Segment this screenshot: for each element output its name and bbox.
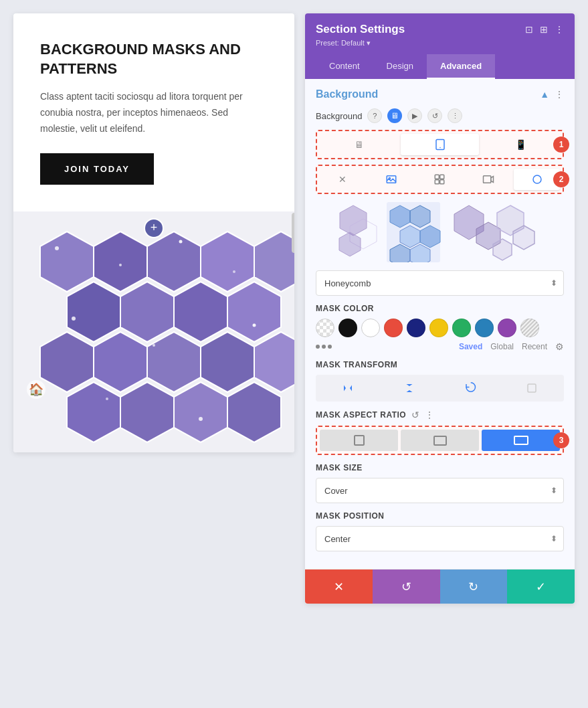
honeycomb-section: + [13,211,294,452]
pattern-dropdown-wrapper: Honeycomb Circles Triangles Diamonds ⬍ [316,270,564,296]
mask-position-dropdown[interactable]: Center Top Left Top Right Bottom Left Bo… [316,526,564,551]
svg-rect-37 [440,180,444,184]
blue-swatch[interactable] [475,319,494,337]
svg-marker-12 [94,332,147,392]
aspect-ratio-section: Mask Aspect Ratio ↺ ⋮ 3 [316,410,564,455]
yellow-swatch[interactable] [429,319,448,337]
bg-desktop-icon[interactable]: 🖥 [387,108,402,123]
redo-button[interactable]: ↻ [440,569,508,604]
cancel-button[interactable]: ✕ [305,569,373,604]
svg-rect-38 [484,176,491,183]
gradient-swatch[interactable] [520,319,539,337]
bg-cursor-icon[interactable]: ▶ [407,108,422,123]
save-button[interactable]: ✓ [507,569,575,604]
svg-marker-14 [201,332,254,392]
honeycomb-svg [13,211,294,452]
svg-marker-11 [40,332,94,392]
mask-size-section: Mask Size Cover Contain Auto Custom ⬍ [316,463,564,503]
purple-swatch[interactable] [498,319,516,337]
svg-marker-3 [94,232,147,292]
aspect-reset-icon[interactable]: ↺ [411,410,419,420]
svg-marker-13 [147,332,201,392]
bottom-bar: ✕ ↺ ↻ ✓ [305,569,575,604]
undo-button[interactable]: ↺ [373,569,440,604]
home-icon: 🏠 [27,380,45,399]
svg-point-33 [389,177,390,179]
rotate-btn[interactable] [442,377,500,399]
mask-size-label: Mask Size [316,463,564,472]
recent-tab[interactable]: Recent [522,342,547,351]
more-icon[interactable]: ⋮ [555,24,564,35]
svg-point-23 [179,240,183,243]
mobile-btn[interactable]: 📱 [482,134,560,155]
svg-point-29 [199,417,203,421]
svg-marker-41 [339,232,361,256]
aspect-11-btn[interactable] [320,430,398,451]
right-panel: Section Settings ⊡ ⊞ ⋮ Preset: Default ▾… [305,13,575,604]
aspect-label-row: Mask Aspect Ratio ↺ ⋮ [316,410,564,420]
bg-help-icon[interactable]: ? [367,108,382,123]
green-swatch[interactable] [452,319,471,337]
collapse-icon[interactable]: ▲ [540,89,549,100]
svg-point-22 [119,264,122,266]
video-bg-btn[interactable] [466,169,512,190]
tablet-btn[interactable] [401,134,479,155]
image-bg-btn[interactable] [369,169,415,190]
aspect-32-btn[interactable] [482,430,560,451]
global-tab[interactable]: Global [490,342,514,351]
svg-point-26 [153,344,155,347]
transform-row [316,375,564,402]
panel-header-icons: ⊡ ⊞ ⋮ [525,24,564,35]
gallery-bg-btn[interactable] [417,169,463,190]
reset-transform-btn[interactable] [502,377,561,399]
svg-point-31 [439,147,441,149]
saved-tab[interactable]: Saved [459,342,482,351]
bg-reset-icon[interactable]: ↺ [427,108,442,123]
section-more-icon[interactable]: ⋮ [555,89,564,100]
aspect-more-icon[interactable]: ⋮ [425,410,434,420]
bg-controls-row: Background ? 🖥 ▶ ↺ ⋮ [316,108,564,123]
mask-position-dropdown-wrapper: Center Top Left Top Right Bottom Left Bo… [316,526,564,551]
tab-advanced[interactable]: Advanced [427,54,495,79]
tab-design[interactable]: Design [373,54,427,79]
no-bg-btn[interactable]: ✕ [320,169,366,190]
device-row-1-wrapper: 🖥 📱 1 [316,130,564,159]
dark-blue-swatch[interactable] [407,319,425,337]
panel-title: Section Settings [316,23,405,36]
mask-position-label: Mask Position [316,511,564,521]
section-heading: Background ▲ ⋮ [316,88,564,100]
color-settings-icon[interactable]: ⚙ [555,341,564,352]
fullscreen-icon[interactable]: ⊡ [525,24,533,35]
aspect-43-btn[interactable] [401,430,479,451]
panel-header-top: Section Settings ⊡ ⊞ ⋮ [316,23,564,36]
svg-point-28 [106,397,108,400]
add-element-button[interactable]: + [144,218,164,238]
pattern-preview-svg [333,202,547,262]
svg-point-25 [72,317,76,321]
flip-h-btn[interactable] [318,377,377,399]
tab-content[interactable]: Content [316,54,373,79]
bg-options-icon[interactable]: ⋮ [448,108,462,123]
join-button[interactable]: JOIN TODAY [40,153,154,185]
white-swatch[interactable] [361,319,380,337]
aspect-ratio-buttons [316,426,564,455]
desktop-btn[interactable]: 🖥 [320,134,398,155]
svg-marker-6 [254,232,294,292]
body-text: Class aptent taciti sociosqu ad litora t… [40,89,268,137]
red-swatch[interactable] [384,319,403,337]
black-swatch[interactable] [338,319,357,337]
pattern-dropdown[interactable]: Honeycomb Circles Triangles Diamonds [316,270,564,296]
columns-icon[interactable]: ⊞ [540,24,548,35]
mask-size-dropdown[interactable]: Cover Contain Auto Custom [316,478,564,503]
page-title: BACKGROUND MASKS AND PATTERNS [40,40,268,78]
more-dots[interactable] [316,345,332,349]
preset-text[interactable]: Preset: Default ▾ [316,39,564,48]
bg-type-row: ✕ [316,165,564,194]
svg-marker-18 [174,382,227,442]
transparent-swatch[interactable] [316,319,334,337]
badge-1: 1 [553,137,569,153]
resize-handle[interactable] [292,213,294,253]
svg-marker-9 [174,282,227,342]
flip-v-btn[interactable] [380,377,439,399]
svg-marker-19 [227,382,281,442]
